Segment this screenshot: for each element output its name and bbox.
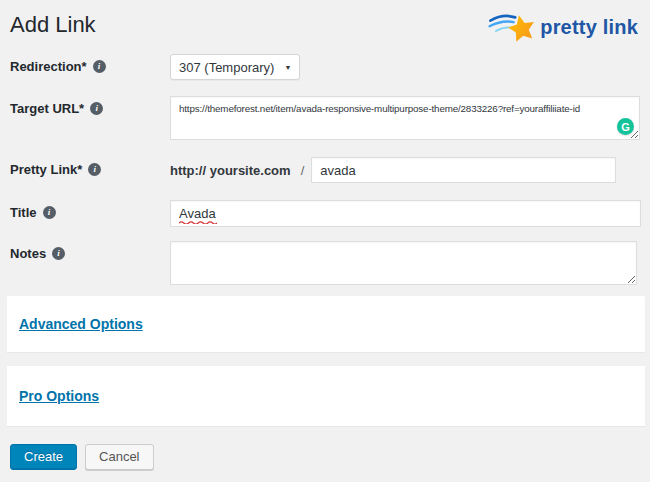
chevron-down-icon: ▼ xyxy=(284,64,291,71)
title-label: Title xyxy=(10,205,37,220)
pretty-link-separator: / xyxy=(301,163,305,178)
page-header: Add Link pretty link xyxy=(10,0,640,40)
create-button[interactable]: Create xyxy=(10,444,77,470)
title-input[interactable] xyxy=(170,200,641,227)
notes-row: Notes i xyxy=(10,241,640,285)
pretty-link-label: Pretty Link* xyxy=(10,162,82,177)
pro-options-section: Pro Options xyxy=(7,366,645,426)
pretty-link-row: Pretty Link* i http:// yoursite.com / xyxy=(10,157,640,183)
pretty-link-slug-input[interactable] xyxy=(311,157,616,183)
notes-input[interactable] xyxy=(170,241,637,285)
advanced-options-section: Advanced Options xyxy=(7,296,645,352)
info-icon[interactable]: i xyxy=(43,206,56,219)
grammarly-icon[interactable]: G xyxy=(617,118,634,135)
redirection-selected-value: 307 (Temporary) xyxy=(179,60,274,75)
pretty-link-logo: pretty link xyxy=(488,10,640,44)
advanced-options-link[interactable]: Advanced Options xyxy=(19,316,143,332)
info-icon[interactable]: i xyxy=(52,247,65,260)
info-icon[interactable]: i xyxy=(88,163,101,176)
page-title: Add Link xyxy=(10,10,96,38)
redirection-row: Redirection* i 307 (Temporary) ▼ xyxy=(10,54,640,80)
pretty-link-star-icon xyxy=(488,10,536,44)
redirection-select[interactable]: 307 (Temporary) ▼ xyxy=(170,54,300,80)
pretty-link-domain-prefix: http:// yoursite.com xyxy=(170,163,291,178)
title-row: Title i xyxy=(10,200,640,227)
target-url-label: Target URL* xyxy=(10,101,84,116)
add-link-form: Redirection* i 307 (Temporary) ▼ Target … xyxy=(10,54,640,285)
redirection-label: Redirection* xyxy=(10,59,87,74)
info-icon[interactable]: i xyxy=(93,60,106,73)
cancel-button[interactable]: Cancel xyxy=(85,444,153,470)
form-actions: Create Cancel xyxy=(10,444,640,470)
pretty-link-logo-text: pretty link xyxy=(540,16,638,39)
notes-label: Notes xyxy=(10,246,46,261)
info-icon[interactable]: i xyxy=(90,102,103,115)
pro-options-link[interactable]: Pro Options xyxy=(19,388,99,404)
target-url-row: Target URL* i https://themeforest.net/it… xyxy=(10,96,640,140)
target-url-input[interactable]: https://themeforest.net/item/avada-respo… xyxy=(170,96,640,140)
